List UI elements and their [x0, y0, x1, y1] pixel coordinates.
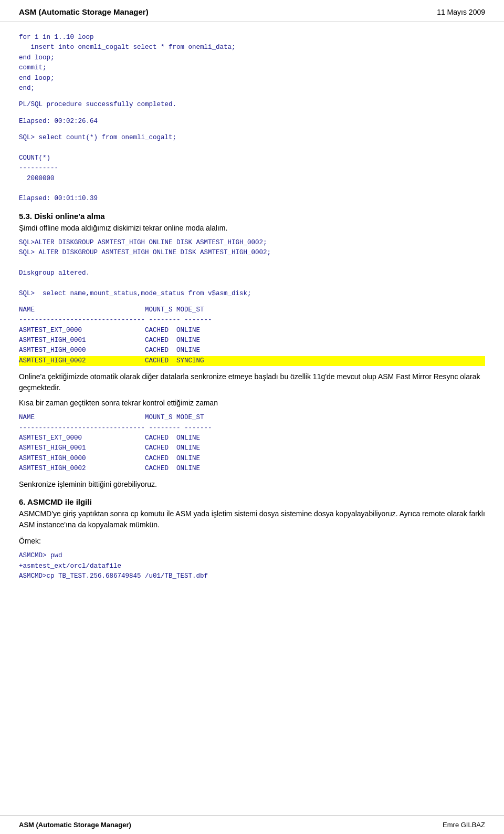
table1-row-1: ASMTEST_EXT_0000 CACHED ONLINE	[19, 326, 485, 336]
paragraph-1: Online'a çektiğimizde otomatik olarak di…	[19, 371, 485, 393]
table-1: NAME MOUNT_S MODE_ST -------------------…	[19, 305, 485, 366]
code-block-3: Elapsed: 00:02:26.64	[19, 117, 485, 127]
code-block-4: SQL> select count(*) from onemli_cogalt;…	[19, 133, 485, 204]
page-content: for i in 1..10 loop insert into onemli_c…	[0, 22, 504, 620]
paragraph-2: Kısa bir zaman geçtikten sonra tekrar ko…	[19, 398, 485, 409]
code-block-5: SQL>ALTER DISKGROUP ASMTEST_HIGH ONLINE …	[19, 238, 485, 299]
section-6-text1: ASMCMD'ye giriş yaptıktan sonra cp komut…	[19, 508, 485, 530]
table2-row-2: ASMTEST_HIGH_0001 CACHED ONLINE	[19, 443, 485, 453]
table-2: NAME MOUNT_S MODE_ST -------------------…	[19, 413, 485, 474]
header-title: ASM (Automatic Storage Manager)	[19, 7, 149, 16]
table1-row-3: ASMTEST_HIGH_0000 CACHED ONLINE	[19, 346, 485, 356]
table1-header: NAME MOUNT_S MODE_ST	[19, 305, 485, 315]
page-header: ASM (Automatic Storage Manager) 11 Mayıs…	[0, 0, 504, 22]
section-6-heading: 6. ASMCMD ile ilgili	[19, 497, 485, 506]
table1-separator: -------------------------------- -------…	[19, 315, 485, 325]
page-footer: ASM (Automatic Storage Manager) Emre GIL…	[0, 815, 504, 834]
table2-row-4: ASMTEST_HIGH_0002 CACHED ONLINE	[19, 464, 485, 474]
code-block-1: for i in 1..10 loop insert into onemli_c…	[19, 33, 485, 93]
table2-separator: -------------------------------- -------…	[19, 423, 485, 433]
section-53-text: Şimdi offline moda aldığımız diskimizi t…	[19, 223, 485, 234]
header-date: 11 Mayıs 2009	[437, 8, 485, 16]
table1-row-2: ASMTEST_HIGH_0001 CACHED ONLINE	[19, 336, 485, 346]
code-block-6: ASMCMD> pwd +asmtest_ext/orcl/datafile A…	[19, 551, 485, 581]
footer-title: ASM (Automatic Storage Manager)	[19, 821, 131, 829]
table2-row-1: ASMTEST_EXT_0000 CACHED ONLINE	[19, 433, 485, 443]
table2-row-3: ASMTEST_HIGH_0000 CACHED ONLINE	[19, 454, 485, 464]
example-label: Örnek:	[19, 536, 485, 547]
section-53-heading: 5.3. Diski online'a alma	[19, 212, 485, 221]
footer-author: Emre GILBAZ	[443, 821, 485, 829]
table1-row-4: ASMTEST_HIGH_0002 CACHED SYNCING	[19, 356, 485, 366]
code-block-2: PL/SQL procedure successfully completed.	[19, 100, 485, 110]
paragraph-3: Senkronize işleminin bittiğini görebiliy…	[19, 479, 485, 490]
table2-header: NAME MOUNT_S MODE_ST	[19, 413, 485, 423]
